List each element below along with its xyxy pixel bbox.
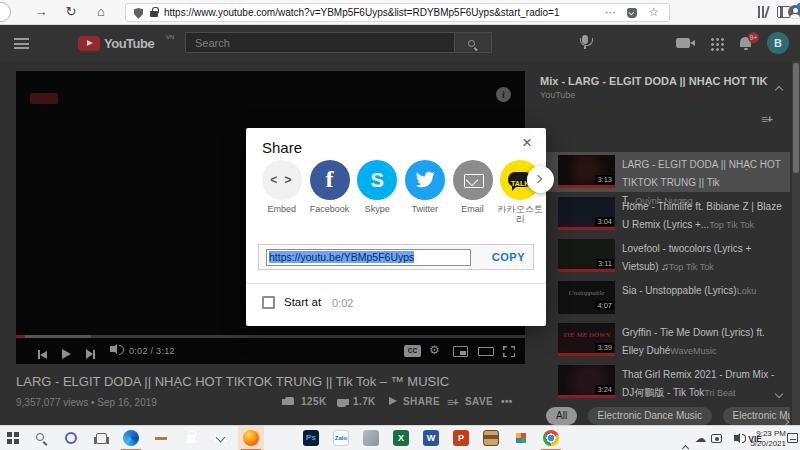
video-thumbnail[interactable]: 3:24 [558,365,615,398]
playlist-item[interactable]: 3:13 LARG - ELGIT DODA || NHẠC HOT TIKTO… [540,152,790,192]
chip-electronic-music[interactable]: Electronic Mus [723,407,790,425]
playlist-title[interactable]: Mix - LARG - ELGIT DODA || NHẠC HOT TIKT… [540,75,768,87]
library-icon[interactable] [757,6,771,19]
like-count[interactable]: 125K [301,396,327,407]
search-button[interactable] [454,32,492,53]
mail-button[interactable] [208,426,234,450]
dislike-icon[interactable] [337,398,346,409]
volume-icon[interactable] [110,346,115,352]
menu-hamburger-icon[interactable] [14,38,29,49]
next-button[interactable] [86,345,95,363]
voice-search-mic-icon[interactable] [582,35,588,44]
more-targets-arrow[interactable] [527,166,554,193]
page-actions-icon[interactable]: ⋯ [605,6,617,19]
youtube-logo-text[interactable]: YouTube [104,36,154,51]
share-button[interactable]: SHARE [403,396,440,407]
share-target-skype[interactable]: S Skype [353,160,401,222]
embed-icon[interactable]: < > [262,160,302,200]
search-input[interactable]: Search [185,32,455,53]
powerpoint-button[interactable]: P [448,426,474,450]
url-text[interactable]: https://www.youtube.com/watch?v=YBMp5F6U… [164,7,604,20]
chip-all[interactable]: All [546,407,577,425]
share-target-facebook[interactable]: f Facebook [306,160,354,222]
action-center-icon[interactable] [787,433,798,443]
pocket-icon[interactable] [627,8,637,18]
chip-electronic-dance-music[interactable]: Electronic Dance Music [588,407,712,425]
chips-next-icon[interactable] [782,411,788,425]
start-button[interactable] [0,426,26,450]
playlist-item-title[interactable]: Home - Thimlife ft. Bibiane Z | Blaze U … [622,201,782,230]
show-hidden-icons[interactable] [683,437,688,450]
settings-gear-icon[interactable]: ⚙ [429,343,440,357]
fullscreen-icon[interactable] [503,346,515,357]
volume-speaker-icon[interactable] [734,435,738,441]
photos-button[interactable] [268,426,294,450]
video-thumbnail[interactable]: 3:11 [558,239,615,272]
utility-button[interactable] [508,426,534,450]
skype-icon[interactable]: S [357,160,397,200]
video-thumbnail[interactable]: 3:13 [558,155,615,188]
video-thumbnail[interactable]: TIE ME DOWN3:39 [558,323,615,356]
more-actions-icon[interactable]: ••• [501,396,513,407]
excel-button[interactable]: X [388,426,414,450]
forward-button[interactable]: → [32,3,50,21]
apps-grid-icon[interactable] [710,37,724,51]
clock[interactable]: 9:23 PM 5/20/2021 [750,429,786,448]
back-button[interactable] [0,2,11,22]
theater-mode-icon[interactable] [478,347,494,356]
start-at-checkbox[interactable] [262,296,275,309]
email-envelope-icon[interactable] [453,160,493,200]
copy-button[interactable]: COPY [492,251,525,263]
task-view-button[interactable] [88,426,114,450]
page-scrollbar[interactable] [792,61,800,425]
playlist-item[interactable]: Unstoppable4:07 Sia - Unstoppable (Lyric… [540,278,790,318]
share-target-email[interactable]: Email [449,160,497,222]
winrar-button[interactable] [478,426,504,450]
photoshop-button[interactable]: Ps [298,426,324,450]
play-button[interactable] [62,345,71,363]
playlist-item-title[interactable]: Sia - Unstoppable (Lyrics) [622,285,737,296]
dislike-count[interactable]: 1.7K [353,396,376,407]
playlist-add-icon[interactable]: ≡+ [761,113,772,125]
bookmark-star-icon[interactable]: ☆ [648,5,659,19]
scrollbar-thumb[interactable] [793,63,799,173]
facebook-icon[interactable]: f [310,160,350,200]
paint3d-button[interactable] [358,426,384,450]
captions-icon[interactable]: CC [404,345,421,357]
firefox-button[interactable] [238,426,264,450]
cortana-button[interactable] [58,426,84,450]
create-video-icon[interactable] [676,38,690,48]
zalo-button[interactable]: Zalo [328,426,354,450]
store-button[interactable] [178,426,204,450]
share-target-twitter[interactable]: Twitter [401,160,449,222]
playlist-expand-icon[interactable] [776,383,782,401]
playlist-item[interactable]: 3:04 Home - Thimlife ft. Bibiane Z | Bla… [540,194,790,234]
playlist-item-title[interactable]: That Girl Remix 2021 - Drum Mix - DJ何鵬版 … [622,369,774,398]
previous-button[interactable] [38,345,47,363]
share-url-input[interactable]: https://youtu.be/YBMp5F6Uyps [266,249,471,266]
tray-app-icon[interactable] [711,434,722,443]
account-avatar[interactable]: B [767,32,789,54]
playlist-collapse-icon[interactable] [776,79,782,97]
file-explorer-button[interactable] [148,426,174,450]
tracking-protection-shield-icon[interactable] [134,8,143,19]
twitter-bird-icon[interactable] [405,160,445,200]
start-at-value[interactable]: 0:02 [332,297,353,309]
refresh-button[interactable]: ↻ [62,3,80,21]
youtube-logo-icon[interactable] [78,36,100,51]
share-arrow-icon[interactable] [389,396,397,407]
close-icon[interactable]: × [518,133,536,153]
address-bar[interactable]: https://www.youtube.com/watch?v=YBMp5F6U… [125,3,670,22]
video-thumbnail[interactable]: 3:04 [558,197,615,230]
like-icon[interactable] [285,396,294,407]
info-icon[interactable]: i [496,87,511,102]
word-button[interactable]: W [418,426,444,450]
video-thumbnail[interactable]: Unstoppable4:07 [558,281,615,314]
save-icon[interactable]: ≡+ [447,396,458,408]
home-button[interactable]: ⌂ [92,3,110,21]
playlist-item[interactable]: TIE ME DOWN3:39 Gryffin - Tie Me Down (L… [540,320,790,360]
chrome-button[interactable] [538,426,564,450]
taskbar-search-button[interactable] [28,426,54,450]
edge-button[interactable] [118,426,144,450]
save-button[interactable]: SAVE [465,396,493,407]
